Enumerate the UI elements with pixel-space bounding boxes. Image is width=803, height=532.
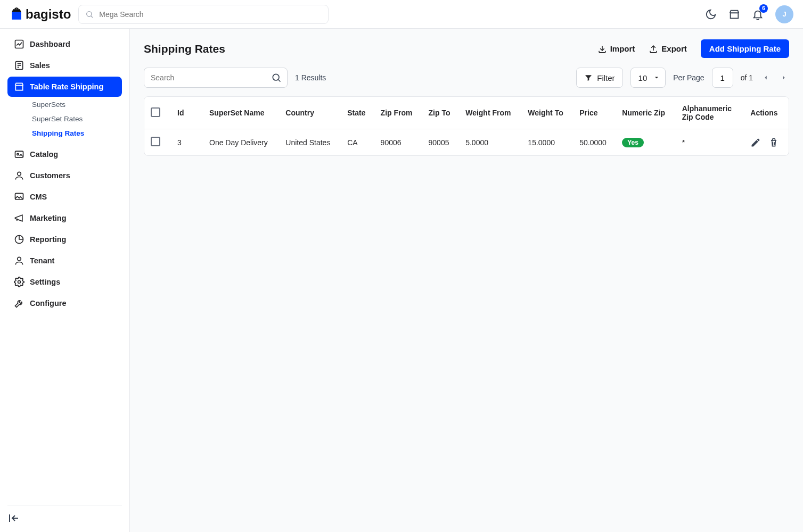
svg-line-20 [278, 80, 281, 82]
per-page-select[interactable]: 10 [630, 68, 666, 88]
customers-icon [14, 170, 24, 181]
grid-search-input[interactable] [150, 73, 271, 82]
shipping-rates-grid: Id SuperSet Name Country State Zip From … [144, 96, 789, 156]
nav-configure[interactable]: Configure [7, 293, 122, 313]
prev-page[interactable] [760, 72, 771, 83]
import-button[interactable]: Import [597, 44, 635, 54]
nav-reporting[interactable]: Reporting [7, 229, 122, 250]
svg-point-19 [273, 74, 279, 80]
svg-line-2 [91, 16, 93, 18]
results-count: 1 Results [295, 73, 326, 82]
reporting-icon [14, 234, 24, 245]
col-id[interactable]: Id [171, 97, 203, 129]
brand-name: bagisto [26, 7, 71, 22]
col-zip-from[interactable]: Zip From [374, 97, 422, 129]
nav-tenant[interactable]: Tenant [7, 251, 122, 271]
col-zip-to[interactable]: Zip To [422, 97, 460, 129]
page-input[interactable] [712, 68, 733, 88]
svg-point-10 [18, 172, 21, 176]
dashboard-icon [14, 39, 24, 49]
select-all-checkbox[interactable] [151, 107, 160, 117]
table-rate-icon [14, 81, 24, 92]
chevron-right-icon [780, 74, 788, 81]
cell-price: 50.0000 [573, 129, 616, 156]
avatar[interactable]: J [775, 5, 793, 23]
col-state[interactable]: State [341, 97, 374, 129]
svg-rect-0 [12, 12, 21, 19]
avatar-initial: J [782, 10, 786, 18]
chevron-left-icon [762, 74, 769, 81]
store-link[interactable] [728, 9, 740, 20]
per-page-label: Per Page [673, 73, 704, 82]
topbar-icons: 6 J [705, 5, 793, 23]
nav-catalog[interactable]: Catalog [7, 144, 122, 164]
svg-point-13 [18, 257, 21, 261]
main-content: Shipping Rates Import Export Add Shippin… [130, 29, 803, 532]
cell-id: 3 [171, 129, 203, 156]
topbar: bagisto 6 J [0, 0, 803, 29]
tenant-icon [14, 255, 24, 266]
sidebar-collapse[interactable] [7, 512, 20, 525]
add-shipping-rate-button[interactable]: Add Shipping Rate [701, 39, 789, 58]
nav-sub-shipping-rates[interactable]: Shipping Rates [28, 127, 122, 140]
bag-icon [10, 7, 23, 21]
mega-search[interactable] [78, 5, 329, 24]
filter-button[interactable]: Filter [576, 68, 622, 88]
cell-alpha-zip: * [676, 129, 744, 156]
grid-search[interactable] [144, 68, 288, 88]
export-button[interactable]: Export [649, 44, 687, 54]
nav-sub-supersets[interactable]: SuperSets [28, 98, 122, 111]
marketing-icon [14, 213, 24, 223]
notification-badge: 6 [759, 4, 768, 13]
mega-search-input[interactable] [98, 10, 322, 19]
wrench-icon [14, 298, 24, 309]
next-page[interactable] [779, 72, 789, 83]
nav-cms[interactable]: CMS [7, 187, 122, 207]
cell-weight-to: 15.0000 [521, 129, 573, 156]
store-icon [728, 9, 740, 20]
delete-icon[interactable] [768, 137, 779, 148]
chevron-down-icon [653, 74, 660, 81]
col-weight-to[interactable]: Weight To [521, 97, 573, 129]
table-row: 3 One Day Delivery United States CA 9000… [144, 129, 789, 156]
nav-sub-superset-rates[interactable]: SuperSet Rates [28, 112, 122, 126]
row-checkbox[interactable] [151, 137, 160, 146]
filter-icon [584, 73, 593, 82]
nav-settings[interactable]: Settings [7, 272, 122, 292]
nav-customers[interactable]: Customers [7, 165, 122, 186]
nav-dashboard[interactable]: Dashboard [7, 34, 122, 54]
cell-superset: One Day Delivery [203, 129, 279, 156]
moon-icon [705, 9, 717, 20]
sales-icon [14, 60, 24, 71]
search-icon [85, 10, 94, 19]
svg-point-1 [87, 11, 92, 16]
notifications-button[interactable]: 6 [752, 9, 764, 20]
svg-point-14 [18, 281, 21, 284]
search-icon [271, 72, 282, 83]
col-alpha-zip[interactable]: Alphanumeric Zip Code [676, 97, 744, 129]
nav-marketing[interactable]: Marketing [7, 208, 122, 228]
nav-table-rate-shipping[interactable]: Table Rate Shipping [7, 77, 122, 97]
col-price[interactable]: Price [573, 97, 616, 129]
col-weight-from[interactable]: Weight From [459, 97, 521, 129]
cell-weight-from: 5.0000 [459, 129, 521, 156]
import-icon [597, 44, 607, 54]
brand-logo[interactable]: bagisto [10, 7, 71, 22]
page-of: of 1 [741, 73, 753, 82]
col-numeric-zip[interactable]: Numeric Zip [616, 97, 675, 129]
cms-icon [14, 192, 24, 202]
collapse-icon [7, 512, 20, 525]
numeric-zip-pill: Yes [622, 138, 644, 147]
edit-icon[interactable] [750, 137, 761, 148]
page-title: Shipping Rates [144, 43, 225, 55]
col-country[interactable]: Country [279, 97, 341, 129]
cell-country: United States [279, 129, 341, 156]
nav-sales[interactable]: Sales [7, 55, 122, 76]
cell-zip-to: 90005 [422, 129, 460, 156]
col-superset[interactable]: SuperSet Name [203, 97, 279, 129]
export-icon [649, 44, 658, 54]
col-actions: Actions [744, 97, 789, 129]
cell-state: CA [341, 129, 374, 156]
dark-mode-toggle[interactable] [705, 9, 717, 20]
cell-zip-from: 90006 [374, 129, 422, 156]
